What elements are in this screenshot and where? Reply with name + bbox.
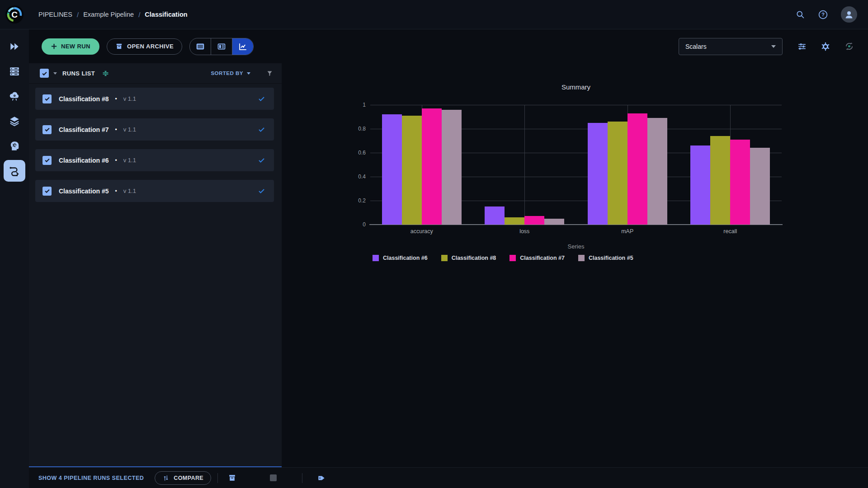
bar-classification-5-accuracy (442, 110, 462, 225)
run-row[interactable]: Classification #8•v 1.1 (35, 88, 274, 110)
open-archive-button[interactable]: OPEN ARCHIVE (107, 38, 182, 55)
servers-icon (9, 66, 20, 77)
bar-classification-7-loss (524, 216, 544, 225)
archive-icon (115, 42, 123, 50)
select-all-checkbox[interactable] (40, 69, 49, 78)
legend-item[interactable]: Classification #5 (578, 255, 633, 261)
run-name: Classification #6 (59, 157, 109, 164)
dot-separator: • (115, 96, 117, 102)
run-checkbox[interactable] (42, 94, 52, 103)
run-checkbox[interactable] (42, 125, 52, 134)
chevron-down-icon (771, 45, 776, 48)
sidebar-item-pipelines[interactable] (4, 160, 25, 182)
legend-item[interactable]: Classification #6 (373, 255, 428, 261)
h-gridline (370, 105, 782, 105)
run-checkbox[interactable] (42, 156, 52, 165)
search-icon[interactable] (796, 10, 805, 19)
y-tick-label: 0.8 (347, 126, 366, 132)
bar-classification-8-recall (710, 136, 730, 225)
legend-swatch (373, 255, 379, 261)
bar-classification-8-mAP (608, 122, 627, 225)
breadcrumb-current-page: Classification (145, 11, 187, 18)
collapse-rows-icon[interactable] (101, 69, 110, 78)
bar-classification-6-recall (690, 145, 710, 225)
v-gridline (524, 105, 525, 225)
selected-check-icon (257, 94, 266, 103)
sidebar-item-projects[interactable] (4, 36, 25, 57)
run-row[interactable]: Classification #7•v 1.1 (35, 118, 274, 141)
new-run-button[interactable]: NEW RUN (42, 38, 99, 55)
runs-list-header: RUNS LIST SORTED BY (29, 63, 282, 84)
x-tick-label: accuracy (410, 228, 433, 235)
metric-type-dropdown[interactable]: Scalars (679, 38, 783, 55)
chart-title: Summary (370, 83, 782, 91)
auto-refresh-icon[interactable] (844, 41, 854, 52)
tune-icon[interactable] (797, 42, 807, 52)
brain-icon (9, 140, 20, 152)
settings-gear-icon[interactable] (821, 42, 830, 52)
selected-check-icon (257, 156, 266, 164)
run-version: v 1.1 (123, 157, 136, 164)
svg-text:C: C (11, 10, 18, 19)
dot-separator: • (115, 157, 117, 164)
run-version: v 1.1 (123, 95, 136, 102)
view-toggle (189, 38, 254, 55)
y-tick-label: 1 (347, 102, 366, 108)
legend-label: Classification #7 (520, 255, 565, 261)
breadcrumb-separator: / (77, 11, 79, 19)
bar-classification-6-accuracy (382, 114, 402, 225)
breadcrumb-project[interactable]: Example Pipeline (83, 11, 134, 18)
legend-label: Classification #5 (589, 255, 633, 261)
toolbar: NEW RUN OPEN ARCHIVE Scalars (29, 29, 868, 63)
sidebar-item-workers[interactable] (4, 61, 25, 82)
runs-list: Classification #8•v 1.1Classification #7… (29, 84, 282, 466)
left-sidebar (0, 29, 29, 488)
legend-item[interactable]: Classification #8 (441, 255, 496, 261)
sidebar-item-serving[interactable] (4, 85, 25, 107)
tag-icon[interactable] (317, 474, 326, 483)
selected-check-icon (257, 187, 266, 195)
run-row[interactable]: Classification #5•v 1.1 (35, 180, 274, 202)
sidebar-item-models[interactable] (4, 135, 25, 157)
launch-icon (9, 41, 20, 52)
legend-label: Classification #6 (383, 255, 428, 261)
help-icon[interactable]: ? (818, 9, 828, 20)
runs-panel: RUNS LIST SORTED BY Classification #8•v … (29, 63, 282, 468)
archive-icon[interactable] (228, 474, 236, 482)
legend-label: Classification #8 (452, 255, 496, 261)
compare-button[interactable]: COMPARE (155, 471, 211, 485)
pipelines-icon (8, 164, 21, 177)
dropdown-value: Scalars (685, 43, 707, 50)
x-tick-label: recall (723, 228, 737, 235)
user-avatar[interactable] (841, 6, 857, 23)
split-view-button[interactable] (211, 38, 232, 55)
selected-runs-link[interactable]: SHOW 4 PIPELINE RUNS SELECTED (38, 475, 144, 481)
run-checkbox[interactable] (42, 187, 52, 196)
sorted-by-control[interactable]: SORTED BY (211, 70, 250, 76)
y-tick-label: 0.2 (347, 197, 366, 204)
runs-list-title: RUNS LIST (62, 70, 95, 77)
divider (217, 473, 218, 483)
bar-classification-8-loss (505, 217, 524, 225)
bar-classification-6-mAP (588, 123, 608, 225)
layers-icon (9, 115, 20, 127)
svg-text:?: ? (821, 12, 825, 17)
chart-view-button[interactable] (232, 38, 253, 55)
run-name: Classification #8 (59, 95, 109, 103)
sidebar-item-datasets[interactable] (4, 110, 25, 132)
breadcrumb-pipelines[interactable]: PIPELINES (38, 11, 72, 18)
filter-icon[interactable] (266, 70, 274, 77)
table-view-button[interactable] (190, 38, 211, 55)
bar-classification-7-recall (730, 140, 750, 225)
abort-icon (270, 474, 277, 481)
select-dropdown-caret[interactable] (53, 72, 57, 75)
run-version: v 1.1 (123, 126, 136, 133)
chevron-down-icon (247, 72, 250, 75)
run-row[interactable]: Classification #6•v 1.1 (35, 149, 274, 171)
clearml-logo[interactable]: C (5, 5, 24, 23)
legend-item[interactable]: Classification #7 (509, 255, 565, 261)
bar-classification-5-recall (750, 148, 770, 225)
cloud-gear-icon (9, 90, 20, 102)
plus-icon (51, 43, 57, 50)
plot-area[interactable]: 00.20.40.60.81accuracylossmAPrecall (370, 105, 782, 225)
